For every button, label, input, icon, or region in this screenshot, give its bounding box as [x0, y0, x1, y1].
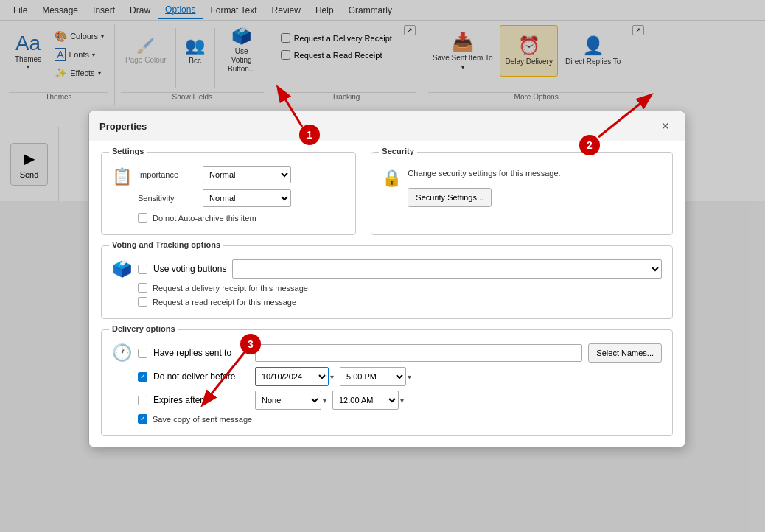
importance-select[interactable]: Normal [203, 166, 291, 183]
dialog-top-row: Settings 📋 Importance Normal Sensi [101, 152, 673, 201]
dialog-close-button[interactable]: ✕ [657, 117, 674, 135]
security-description: Change security settings for this messag… [408, 169, 560, 178]
importance-row: Importance Normal [138, 166, 291, 183]
sensitivity-select[interactable]: Normal [203, 189, 291, 201]
importance-label: Importance [138, 170, 197, 179]
settings-section: Settings 📋 Importance Normal Sensi [101, 152, 356, 201]
settings-icon: 📋 [112, 167, 132, 186]
sensitivity-row: Sensitivity Normal [138, 189, 291, 201]
settings-legend: Settings [109, 147, 147, 155]
security-settings-button[interactable]: Security Settings... [408, 188, 492, 201]
dialog-title: Properties [99, 121, 147, 132]
security-legend: Security [379, 147, 416, 155]
dialog-titlebar: Properties ✕ [89, 111, 685, 141]
security-icon: 🔒 [382, 169, 402, 188]
sensitivity-label: Sensitivity [138, 194, 197, 201]
properties-dialog: Properties ✕ Settings 📋 Importance N [88, 111, 685, 201]
security-section: Security 🔒 Change security settings for … [371, 152, 673, 201]
dialog-overlay: Properties ✕ Settings 📋 Importance N [0, 0, 765, 201]
dialog-body: Settings 📋 Importance Normal Sensi [89, 141, 685, 201]
